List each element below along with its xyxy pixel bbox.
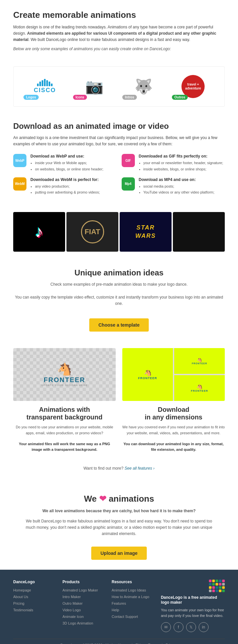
- footer-link-help-a[interactable]: Help: [112, 608, 119, 612]
- footer-link-features-a[interactable]: Features: [112, 601, 126, 605]
- dimensions-p2: You can download your animated logo in a…: [122, 441, 225, 453]
- download-section: Download as an animated image or video A…: [0, 112, 238, 212]
- footer-link-about[interactable]: About Us: [13, 594, 56, 599]
- instagram-icon: 📷: [85, 78, 103, 95]
- footer-link-howto[interactable]: How to Animate a Logo: [112, 594, 154, 599]
- gif-list-item-1: your email or newsletter footer, header,…: [143, 160, 223, 166]
- footer-link-pricing[interactable]: Pricing: [13, 601, 56, 606]
- webp-title: Download as WebP and use:: [30, 154, 103, 159]
- hero-title: Create memorable animations: [13, 10, 225, 20]
- webm-text: Downloaded as WebM is perfect for: any v…: [30, 177, 100, 196]
- footer-products-title: Products: [62, 580, 105, 584]
- logos-badge: Logos: [23, 95, 39, 100]
- tiktok-thumb[interactable]: ♪: [13, 212, 65, 252]
- footer-link-animicon[interactable]: Animate Icon: [62, 614, 105, 619]
- fiat-logo: FIAT: [81, 220, 104, 243]
- fronteer-sub: UPDATE YOUR SLOGAN HERE: [41, 384, 88, 387]
- feature-dimensions-image: 🐴 FRONTEER 🐴 FRONTEER 🐴 FRONTEER: [122, 348, 225, 401]
- footer-link-animated-a[interactable]: Animated Logo Maker: [62, 588, 98, 592]
- email-icon[interactable]: ✉: [161, 622, 171, 632]
- webp-list-item-2: on websites, blogs, or online store head…: [35, 166, 103, 172]
- transparent-title: Animations withtransparent background: [13, 406, 116, 421]
- footer-link-3d-a[interactable]: 3D Logo Animation: [62, 621, 93, 625]
- webp-badge: WebP: [13, 154, 26, 167]
- footer-link-testimonials-a[interactable]: Testimonials: [13, 608, 33, 612]
- footer-col-products: Products Animated Logo Maker Intro Maker…: [62, 580, 105, 632]
- px20: [222, 590, 225, 592]
- bar1: [37, 84, 39, 86]
- footer-link-homepage[interactable]: Homepage: [13, 588, 56, 592]
- fronteer-logo: FRONTEER: [41, 376, 88, 384]
- mp4-list: social media posts; YouTube videos or an…: [139, 183, 215, 196]
- twitter-icon[interactable]: 𝕏: [186, 622, 196, 632]
- webm-list-item-2: putting over advertising & promo videos;: [35, 189, 100, 196]
- download-grid: WebP Download as WebP and use: inside yo…: [13, 154, 225, 196]
- intros-badge: Intros: [122, 95, 137, 100]
- footer-link-outro-a[interactable]: Outro Maker: [62, 601, 83, 605]
- footer-link-about-a[interactable]: About Us: [13, 595, 28, 599]
- footer-link-animated[interactable]: Animated Logo Maker: [62, 588, 105, 592]
- cisco-bars: [37, 79, 53, 86]
- footer-link-features[interactable]: Features: [112, 601, 154, 606]
- logo-item-intros[interactable]: 🐺 Intros: [119, 72, 169, 101]
- footer-link-howto-a[interactable]: How to Animate a Logo: [112, 595, 149, 599]
- footer-link-pricing-a[interactable]: Pricing: [13, 601, 24, 605]
- see-all-link[interactable]: See all features ›: [125, 466, 155, 471]
- fiat-thumb[interactable]: FIAT: [66, 212, 118, 252]
- video-row: ♪ FIAT STARWARS: [13, 212, 225, 252]
- gif-list-item-2: inside websites, blogs, or online shops;: [143, 166, 223, 172]
- px17: [212, 590, 215, 592]
- upload-image-button[interactable]: Upload an image: [91, 547, 147, 560]
- footer-link-help[interactable]: Help: [112, 607, 154, 612]
- gif-title: Downloaded as GIF fits perfectly on:: [139, 154, 223, 159]
- dimensions-title: Downloadin any dimensions: [122, 406, 225, 421]
- yellow-horse-2: 🐴: [197, 358, 202, 362]
- footer-link-testimonials[interactable]: Testimonials: [13, 607, 56, 612]
- linkedin-icon[interactable]: in: [199, 622, 209, 632]
- logo-item-outros[interactable]: travel +adventure Outros: [169, 72, 218, 101]
- yellow-fronteer-2: FRONTEER: [192, 362, 207, 365]
- facebook-icon[interactable]: f: [174, 622, 183, 632]
- dark-thumb[interactable]: [173, 212, 225, 252]
- bar2: [39, 82, 41, 86]
- px12: [212, 586, 215, 589]
- footer-link-intro-a[interactable]: Intro Maker: [62, 595, 81, 599]
- footer-link-outro[interactable]: Outro Maker: [62, 601, 105, 606]
- px2: [212, 580, 215, 582]
- hero-paragraph-2: Below are only some examples of animatio…: [13, 46, 225, 52]
- footer-link-intro[interactable]: Intro Maker: [62, 594, 105, 599]
- footer-link-ideas-a[interactable]: Animated Logo Ideas: [112, 588, 146, 592]
- horse-icon: 🐴: [57, 362, 72, 376]
- bar4: [44, 79, 46, 86]
- footer-link-contact[interactable]: Contact Support: [112, 614, 154, 619]
- tiktok-logo: ♪: [35, 223, 43, 241]
- bar3: [42, 80, 43, 86]
- footer-link-videologo[interactable]: Video Logo: [62, 607, 105, 612]
- icons-badge: Icons: [73, 95, 87, 100]
- travel-text: travel +adventure: [185, 83, 201, 90]
- px16: [209, 590, 212, 592]
- webm-list: any video production; putting over adver…: [30, 183, 100, 196]
- footer-link-animicon-a[interactable]: Animate Icon: [62, 615, 84, 619]
- logo-item-icons[interactable]: 📷 Icons: [70, 72, 119, 101]
- footer-link-contact-a[interactable]: Contact Support: [112, 615, 138, 619]
- webp-list: inside your Web or Mobile apps; on websi…: [30, 160, 103, 172]
- px14: [219, 586, 221, 589]
- yellow-cell-large: 🐴 FRONTEER: [122, 348, 173, 401]
- px18: [216, 590, 218, 592]
- mp4-badge: Mp4: [122, 177, 135, 191]
- starwars-thumb[interactable]: STARWARS: [120, 212, 172, 252]
- yellow-fronteer-1: FRONTEER: [138, 376, 157, 380]
- footer-link-ideas[interactable]: Animated Logo Ideas: [112, 588, 154, 592]
- footer-link-3d[interactable]: 3D Logo Animation: [62, 621, 105, 626]
- heart-icon: ❤: [99, 494, 106, 504]
- footer-link-homepage-a[interactable]: Homepage: [13, 588, 31, 592]
- dimensions-p2-bold: You can download your animated logo in a…: [124, 442, 224, 452]
- footer-resources-links: Animated Logo Ideas How to Animate a Log…: [112, 588, 154, 619]
- choose-template-button[interactable]: Choose a template: [89, 318, 149, 332]
- feature-transparent-image: 🐴 FRONTEER UPDATE YOUR SLOGAN HERE: [13, 348, 116, 401]
- see-all-text: Want to find out more?: [83, 466, 123, 471]
- logo-item-logos[interactable]: CISCO Logos: [20, 72, 70, 101]
- footer-link-videologo-a[interactable]: Video Logo: [62, 608, 81, 612]
- yellow-cell-top-right: 🐴 FRONTEER: [174, 348, 225, 374]
